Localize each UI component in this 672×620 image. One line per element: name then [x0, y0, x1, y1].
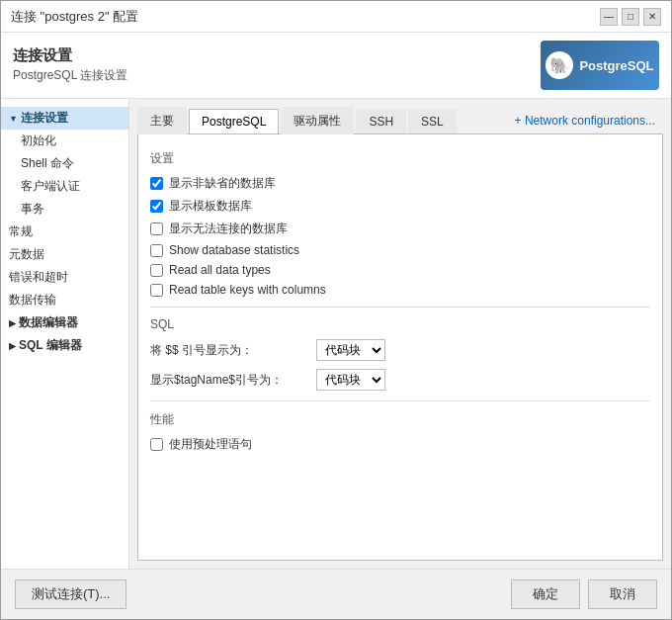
sidebar-label: SQL 编辑器 [19, 337, 82, 354]
sidebar-label: 数据传输 [9, 293, 56, 307]
checkbox-read-table-keys: Read table keys with columns [150, 283, 650, 297]
sql-dollar-select[interactable]: 代码块 字符串 默认 [316, 339, 385, 361]
sidebar-item-errors[interactable]: 错误和超时 [1, 266, 128, 289]
sql-row-tagname-quotes: 显示$tagName$引号为： 代码块 字符串 默认 [150, 369, 650, 391]
network-config-button[interactable]: + Network configurations... [507, 109, 663, 133]
test-connection-button[interactable]: 测试连接(T)... [15, 579, 126, 609]
checkbox-show-template-db-label: 显示模板数据库 [169, 198, 252, 215]
sidebar-label: 常规 [9, 224, 33, 238]
checkbox-read-table-keys-input[interactable] [150, 284, 163, 297]
checkbox-show-non-default-db: 显示非缺省的数据库 [150, 175, 650, 192]
checkbox-use-prepared-stmt-input[interactable] [150, 438, 163, 451]
tab-ssh[interactable]: SSH [356, 109, 406, 133]
main-layout: ▼ 连接设置 初始化 Shell 命令 客户端认证 事务 常规 [1, 99, 671, 569]
chevron-down-icon: ▼ [9, 114, 18, 124]
footer-right-buttons: 确定 取消 [511, 579, 657, 609]
checkbox-show-db-stats-input[interactable] [150, 244, 163, 257]
content-area: 主要 PostgreSQL 驱动属性 SSH SSL + Network con… [129, 99, 671, 569]
pg-icon: 🐘 [546, 51, 573, 79]
tabs-bar: 主要 PostgreSQL 驱动属性 SSH SSL + Network con… [137, 107, 663, 134]
checkbox-show-non-default-db-input[interactable] [150, 177, 163, 190]
sidebar-item-metadata[interactable]: 元数据 [1, 243, 128, 266]
sidebar-label: 客户端认证 [21, 179, 80, 193]
sidebar-item-sql-editor[interactable]: ▶ SQL 编辑器 [1, 334, 128, 357]
sidebar-item-auth[interactable]: 客户端认证 [1, 175, 128, 198]
divider-2 [150, 400, 650, 401]
checkbox-read-all-data-types: Read all data types [150, 263, 650, 277]
section-title: 连接设置 [13, 46, 127, 65]
sql-row-dollar-quotes: 将 $$ 引号显示为： 代码块 字符串 默认 [150, 339, 650, 361]
checkbox-show-unreachable-db-input[interactable] [150, 222, 163, 235]
checkbox-read-table-keys-label: Read table keys with columns [169, 283, 326, 297]
sidebar-item-shell[interactable]: Shell 命令 [1, 152, 128, 175]
checkbox-show-template-db: 显示模板数据库 [150, 198, 650, 215]
maximize-button[interactable]: □ [622, 8, 639, 26]
checkbox-show-unreachable-db-label: 显示无法连接的数据库 [169, 221, 288, 237]
footer: 测试连接(T)... 确定 取消 [1, 569, 671, 619]
checkbox-show-db-stats-label: Show database statistics [169, 243, 299, 257]
sidebar-item-init[interactable]: 初始化 [1, 130, 128, 152]
window-controls: — □ ✕ [600, 8, 661, 26]
sidebar-section: ▼ 连接设置 初始化 Shell 命令 客户端认证 事务 常规 [1, 105, 128, 359]
checkbox-show-db-stats: Show database statistics [150, 243, 650, 257]
tab-driver[interactable]: 驱动属性 [281, 107, 354, 134]
main-window: 连接 "postgres 2" 配置 — □ ✕ 连接设置 PostgreSQL… [0, 0, 672, 620]
header-area: 连接设置 PostgreSQL 连接设置 🐘 PostgreSQL [1, 33, 671, 99]
sidebar-label: 错误和超时 [9, 270, 68, 284]
settings-section-title: 设置 [150, 150, 650, 167]
close-button[interactable]: ✕ [643, 8, 661, 26]
divider-1 [150, 307, 650, 308]
checkbox-read-all-data-types-label: Read all data types [169, 263, 271, 277]
sidebar-item-data-editor[interactable]: ▶ 数据编辑器 [1, 311, 128, 334]
tab-postgresql[interactable]: PostgreSQL [189, 109, 279, 133]
tab-main[interactable]: 主要 [137, 107, 187, 134]
network-config-label: + Network configurations... [515, 114, 655, 128]
minimize-button[interactable]: — [600, 8, 618, 26]
logo-text: PostgreSQL [579, 58, 653, 73]
sidebar-label: 初始化 [21, 133, 56, 147]
sidebar-item-transfer[interactable]: 数据传输 [1, 289, 128, 311]
checkbox-show-template-db-input[interactable] [150, 200, 163, 213]
sidebar-label: 数据编辑器 [19, 314, 78, 331]
sidebar-label: 事务 [21, 202, 44, 216]
sidebar-item-connection-settings[interactable]: ▼ 连接设置 [1, 107, 128, 130]
sidebar-item-general[interactable]: 常规 [1, 221, 128, 243]
tab-ssl[interactable]: SSL [408, 109, 457, 133]
sidebar-label: 元数据 [9, 247, 44, 261]
sidebar-label: 连接设置 [21, 110, 68, 127]
chevron-right-icon: ▶ [9, 341, 16, 351]
ok-button[interactable]: 确定 [511, 579, 580, 609]
header-left: 连接设置 PostgreSQL 连接设置 [13, 46, 127, 84]
sql-tagname-select[interactable]: 代码块 字符串 默认 [316, 369, 385, 391]
sidebar-label: Shell 命令 [21, 156, 74, 170]
window-title: 连接 "postgres 2" 配置 [11, 8, 138, 26]
checkbox-show-unreachable-db: 显示无法连接的数据库 [150, 221, 650, 237]
postgres-logo: 🐘 PostgreSQL [541, 41, 659, 90]
checkbox-show-non-default-db-label: 显示非缺省的数据库 [169, 175, 276, 192]
cancel-button[interactable]: 取消 [588, 579, 657, 609]
sql-tagname-label: 显示$tagName$引号为： [150, 372, 308, 389]
chevron-right-icon: ▶ [9, 318, 16, 328]
sidebar: ▼ 连接设置 初始化 Shell 命令 客户端认证 事务 常规 [1, 99, 129, 569]
sql-section-title: SQL [150, 317, 650, 331]
checkbox-use-prepared-stmt-label: 使用预处理语句 [169, 436, 252, 453]
title-bar: 连接 "postgres 2" 配置 — □ ✕ [1, 1, 671, 33]
checkbox-use-prepared-stmt: 使用预处理语句 [150, 436, 650, 453]
section-subtitle: PostgreSQL 连接设置 [13, 67, 127, 84]
sql-dollar-label: 将 $$ 引号显示为： [150, 342, 308, 359]
perf-section-title: 性能 [150, 411, 650, 428]
sidebar-item-transaction[interactable]: 事务 [1, 198, 128, 221]
checkbox-read-all-data-types-input[interactable] [150, 264, 163, 277]
settings-panel: 设置 显示非缺省的数据库 显示模板数据库 显示无法连接的数据库 Show dat… [137, 134, 663, 561]
